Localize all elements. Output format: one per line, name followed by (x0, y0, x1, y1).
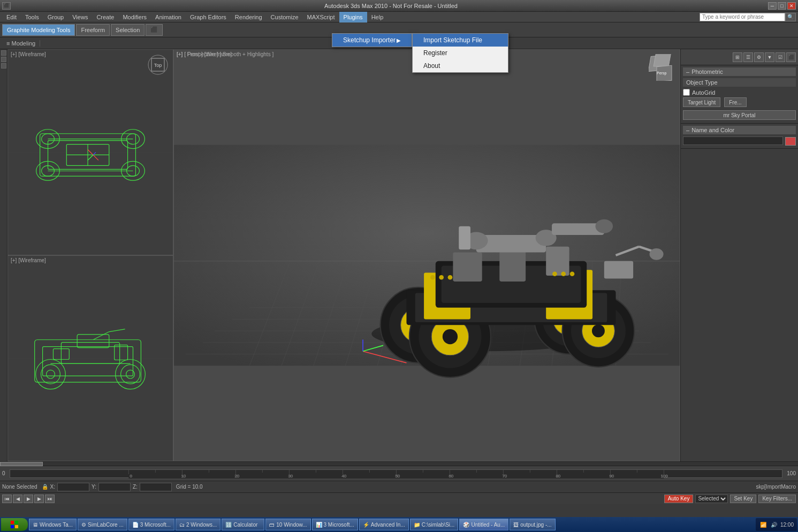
svg-point-120 (552, 271, 557, 276)
name-color-input-row (683, 136, 796, 146)
taskbar-btn-microsoft2[interactable]: 📊 3 Microsoft... (312, 519, 358, 530)
tray-volume-icon[interactable]: 🔊 (770, 520, 778, 529)
prev-frame-button[interactable]: ◀ (13, 495, 22, 503)
selected-dropdown[interactable]: Selected (695, 495, 728, 503)
auto-key-button[interactable]: Auto Key (664, 495, 694, 503)
grid-info: Grid = 10.0 (176, 484, 203, 490)
nav-cube-top[interactable]: Top (147, 54, 169, 75)
next-frame-button[interactable]: ▶ (34, 495, 44, 503)
name-input[interactable] (683, 136, 783, 145)
object-type-header[interactable]: Object Type (683, 78, 796, 87)
name-color-label: Name and Color (691, 127, 734, 133)
side-tool-3[interactable] (1, 63, 6, 69)
taskbar-btn-untitled-au[interactable]: 🎲 Untitled - Au... (459, 519, 508, 530)
start-button[interactable] (1, 518, 28, 531)
minimize-button[interactable]: ─ (768, 2, 777, 10)
viewport-perspective-label: [+] [ Perspective ] [ Smooth + Highlight… (177, 51, 273, 57)
rp-icon-2[interactable]: ☰ (743, 52, 753, 62)
photometric-section: – Photometric Object Type AutoGrid Targe… (681, 65, 798, 124)
extra-tool-button[interactable]: ⬛ (146, 24, 163, 36)
menu-group[interactable]: Group (43, 12, 69, 22)
h-scrollbar[interactable] (0, 461, 798, 466)
close-button[interactable]: ✕ (787, 2, 796, 10)
svg-text:Top: Top (154, 63, 162, 68)
side-tool-2[interactable] (1, 57, 6, 62)
menu-bar: Edit Tools Group Views Create Modifiers … (0, 12, 798, 22)
target-light-button[interactable]: Target Light (683, 97, 720, 107)
import-sketchup-file-menu-item[interactable]: Import Sketchup File (413, 34, 508, 47)
taskbar-btn-windows2[interactable]: 🗂 2 Windows... (176, 519, 221, 530)
color-swatch[interactable] (785, 137, 796, 146)
taskbar-btn-window10[interactable]: 🗃 10 Window... (265, 519, 310, 530)
main-area: [+] [Wireframe] Top (0, 49, 798, 461)
rp-icon-4[interactable]: ▼ (765, 52, 774, 62)
menu-modifiers[interactable]: Modifiers (118, 12, 151, 22)
sketchup-importer-menu-item[interactable]: Sketchup Importer ▶ (332, 34, 412, 47)
coord-bar: 🔒 X: Y: Z: (42, 483, 172, 491)
z-input[interactable] (140, 483, 172, 491)
search-bar: 🔍 (700, 13, 796, 21)
svg-text:0: 0 (130, 474, 132, 478)
register-menu-item[interactable]: Register (413, 47, 508, 59)
tray-network-icon[interactable]: 📶 (759, 520, 767, 529)
graphite-modeling-tools-button[interactable]: Graphite Modeling Tools (2, 24, 75, 36)
maximize-button[interactable]: □ (778, 2, 786, 10)
taskbar-btn-calculator[interactable]: 🔢 Calculator (222, 519, 264, 530)
svg-point-126 (650, 248, 664, 260)
about-menu-item[interactable]: About (413, 59, 508, 72)
taskbar-btn-advanced[interactable]: ⚡ Advanced In... (359, 519, 409, 530)
timeline-bar[interactable]: 0 10 20 30 40 50 60 70 80 90 1 (10, 469, 783, 478)
menu-maxscript[interactable]: MAXScript (303, 12, 339, 22)
taskbar-btn-output[interactable]: 🖼 output.jpg -... (510, 519, 555, 530)
menu-customize[interactable]: Customize (267, 12, 303, 22)
x-input[interactable] (57, 483, 89, 491)
svg-point-117 (430, 275, 435, 280)
photometric-header[interactable]: – Photometric (683, 67, 796, 76)
name-color-header[interactable]: – Name and Color (683, 126, 796, 134)
key-filters-button[interactable]: Key Filters... (758, 495, 796, 503)
collapse-icon: – (686, 69, 689, 75)
freeform-button[interactable]: Freeform (76, 24, 110, 36)
status-bar: None Selected 🔒 X: Y: Z: Grid = 10.0 skp… (0, 481, 798, 492)
free-light-button[interactable]: Fre... (724, 97, 746, 107)
set-key-button[interactable]: Set Key (730, 495, 756, 503)
rp-icon-5[interactable]: ☑ (776, 52, 785, 62)
autogrid-checkbox[interactable] (683, 89, 690, 96)
prev-key-button[interactable]: ⏮ (2, 495, 12, 503)
menu-rendering[interactable]: Rendering (231, 12, 267, 22)
y-input[interactable] (98, 483, 131, 491)
menu-animation[interactable]: Animation (151, 12, 186, 22)
menu-graph-editors[interactable]: Graph Editors (186, 12, 231, 22)
menu-views[interactable]: Views (68, 12, 92, 22)
taskbar-btn-microsoft1[interactable]: 📄 3 Microsoft... (128, 519, 174, 530)
mr-sky-portal-button[interactable]: mr Sky Portal (683, 110, 796, 120)
nav-cube-persp[interactable]: Persp (649, 54, 675, 81)
next-key-button[interactable]: ⏭ (45, 495, 55, 503)
menu-edit[interactable]: Edit (2, 12, 21, 22)
taskbar-btn-windows-ta[interactable]: 🖥 Windows Ta... (29, 519, 77, 530)
svg-text:Persp: Persp (657, 71, 666, 75)
viewport-left[interactable]: [+] [Wireframe] (7, 255, 173, 461)
taskbar-btn-simlab[interactable]: 📁 C:\simlab\Si... (410, 519, 459, 530)
menu-create[interactable]: Create (92, 12, 118, 22)
side-tool-1[interactable] (1, 50, 6, 56)
taskbar-btn-simlabcore[interactable]: ⚙ SimLabCore ... (78, 519, 127, 530)
selection-button[interactable]: Selection (111, 24, 145, 36)
svg-rect-164 (15, 521, 18, 524)
viewport-perspective[interactable]: [+] [ Perspective ] [ Smooth + Highlight… (173, 49, 680, 461)
menu-plugins[interactable]: Plugins (339, 12, 367, 22)
menu-help[interactable]: Help (367, 12, 388, 22)
h-scroll-thumb[interactable] (0, 462, 43, 466)
rp-icon-6[interactable]: ⬛ (786, 52, 796, 62)
rp-icon-3[interactable]: ⚙ (754, 52, 764, 62)
play-button[interactable]: ▶ (24, 495, 33, 503)
search-input[interactable] (700, 13, 785, 21)
search-button[interactable]: 🔍 (785, 13, 796, 21)
svg-text:50: 50 (395, 474, 400, 478)
photometric-label: Photometric (691, 69, 723, 75)
menu-tools[interactable]: Tools (21, 12, 43, 22)
x-label: X: (50, 484, 55, 490)
timeline: 0 0 10 20 30 40 50 60 70 (0, 466, 798, 481)
viewport-top[interactable]: [+] [Wireframe] Top (7, 49, 173, 255)
rp-icon-1[interactable]: ⊞ (733, 52, 742, 62)
